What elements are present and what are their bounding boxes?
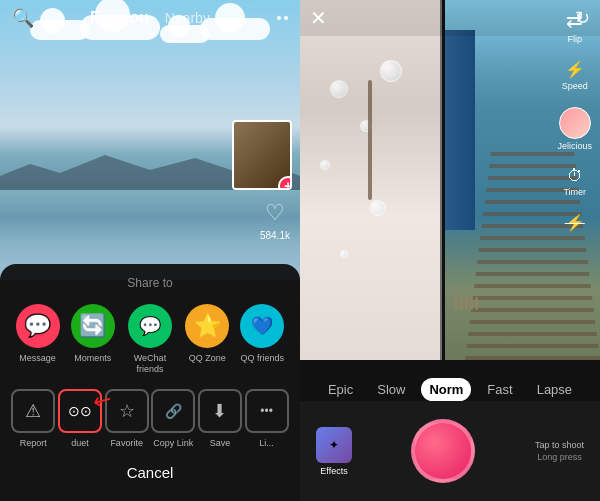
copy-link-label: Copy Link [153, 438, 193, 448]
share-item-moments[interactable]: 🔄 Moments [71, 304, 115, 375]
action-report[interactable]: ⚠ Report [11, 389, 55, 448]
effects-thumbnail: ✦ [316, 427, 352, 463]
speed-tab-slow[interactable]: Slow [369, 378, 413, 401]
ctrl-flash[interactable]: ⚡ [565, 213, 585, 232]
header-dots[interactable] [277, 16, 288, 20]
video-thumbnail[interactable]: + [232, 120, 292, 190]
effects-item[interactable]: ✦ Effects [316, 427, 352, 476]
left-panel: 🔍 For you Nearby + ♡ 584.1k Share to 💬 M… [0, 0, 300, 501]
duet-label: duet [71, 438, 89, 448]
action-live[interactable]: ••• Li... [245, 389, 289, 448]
camera-left-view [300, 0, 440, 360]
bubble-3 [380, 60, 402, 82]
bubble-4 [320, 160, 330, 170]
message-label: Message [19, 353, 56, 364]
speed-tab-norm[interactable]: Norm [421, 378, 471, 401]
like-count: 584.1k [260, 230, 290, 241]
timer-icon: ⏱ [567, 167, 583, 185]
filter-avatar [559, 107, 591, 139]
qqzone-label: QQ Zone [189, 353, 226, 364]
right-panel: ✕ ↻ ⇄ Flip ⚡ Speed Jelicious ⏱ Timer ⚡ E… [300, 0, 600, 501]
wechat-label: WeChat friends [126, 353, 174, 375]
camera-divider [440, 0, 442, 360]
moments-label: Moments [74, 353, 111, 364]
live-icon-wrap: ••• [245, 389, 289, 433]
top-header: 🔍 For you Nearby [0, 0, 300, 36]
ctrl-filter[interactable]: Jelicious [557, 107, 592, 151]
bubble-5 [370, 200, 386, 216]
live-label: Li... [259, 438, 274, 448]
tab-for-you[interactable]: For you [90, 9, 149, 27]
speed-tab-fast[interactable]: Fast [479, 378, 520, 401]
action-icons-row: ⚠ Report ⊙⊙ duet ☆ Favorite 🔗 Copy Link … [0, 389, 300, 448]
bubble-6 [340, 250, 348, 258]
ctrl-flip[interactable]: ⇄ Flip [566, 8, 583, 44]
shoot-button[interactable] [411, 419, 475, 483]
qqfriends-circle: 💙 [240, 304, 284, 348]
train-body [445, 30, 475, 230]
right-top-bar: ✕ ↻ [300, 0, 600, 36]
ctrl-speed[interactable]: ⚡ Speed [562, 60, 588, 91]
report-label: Report [20, 438, 47, 448]
share-to-label: Share to [0, 276, 300, 290]
people-silhouettes [455, 290, 600, 310]
action-save[interactable]: ⬇ Save [198, 389, 242, 448]
right-controls: ⇄ Flip ⚡ Speed Jelicious ⏱ Timer ⚡ [557, 8, 592, 232]
flip-label: Flip [567, 34, 582, 44]
search-icon[interactable]: 🔍 [12, 7, 34, 29]
save-icon-wrap: ⬇ [198, 389, 242, 433]
share-item-wechat[interactable]: 💬 WeChat friends [126, 304, 174, 375]
speed-icon: ⚡ [565, 60, 585, 79]
share-overlay: Share to 💬 Message 🔄 Moments 💬 WeChat fr… [0, 264, 300, 501]
header-tabs: For you Nearby [90, 9, 210, 27]
favorite-label: Favorite [110, 438, 143, 448]
tab-nearby[interactable]: Nearby [165, 10, 210, 26]
effects-label: Effects [320, 466, 347, 476]
shoot-row: ✦ Effects Tap to shoot Long press [300, 419, 600, 483]
qqzone-circle: ⭐ [185, 304, 229, 348]
moments-circle: 🔄 [71, 304, 115, 348]
wechat-circle: 💬 [128, 304, 172, 348]
dot-2 [284, 16, 288, 20]
save-label: Save [210, 438, 231, 448]
timer-label: Timer [563, 187, 586, 197]
share-item-qqzone[interactable]: ⭐ QQ Zone [185, 304, 229, 375]
share-item-message[interactable]: 💬 Message [16, 304, 60, 375]
bubble-1 [330, 80, 348, 98]
follow-plus-icon[interactable]: + [278, 176, 292, 190]
speed-tab-lapse[interactable]: Lapse [529, 378, 580, 401]
speed-label: Speed [562, 81, 588, 91]
report-icon-wrap: ⚠ [11, 389, 55, 433]
heart-icon[interactable]: ♡ [265, 200, 285, 226]
center-object [368, 80, 372, 200]
speed-tab-epic[interactable]: Epic [320, 378, 361, 401]
share-item-qqfriends[interactable]: 💙 QQ friends [240, 304, 284, 375]
copy-link-icon-wrap: 🔗 [151, 389, 195, 433]
action-copy-link[interactable]: 🔗 Copy Link [151, 389, 195, 448]
tap-to-shoot-info: Tap to shoot Long press [535, 440, 584, 462]
dot-1 [277, 16, 281, 20]
qqfriends-label: QQ friends [241, 353, 285, 364]
message-circle: 💬 [16, 304, 60, 348]
long-press-label: Long press [537, 452, 582, 462]
flip-icon: ⇄ [566, 8, 583, 32]
cancel-button[interactable]: Cancel [0, 460, 300, 485]
speed-tabs: Epic Slow Norm Fast Lapse [300, 378, 600, 401]
right-bottom-controls: ✦ Effects Tap to shoot Long press [300, 401, 600, 501]
tap-label: Tap to shoot [535, 440, 584, 450]
flash-icon: ⚡ [565, 213, 585, 232]
filter-label: Jelicious [557, 141, 592, 151]
share-icons-row: 💬 Message 🔄 Moments 💬 WeChat friends ⭐ Q… [0, 304, 300, 375]
close-button[interactable]: ✕ [310, 6, 327, 30]
video-actions: ♡ 584.1k [260, 200, 290, 241]
ctrl-timer[interactable]: ⏱ Timer [563, 167, 586, 197]
